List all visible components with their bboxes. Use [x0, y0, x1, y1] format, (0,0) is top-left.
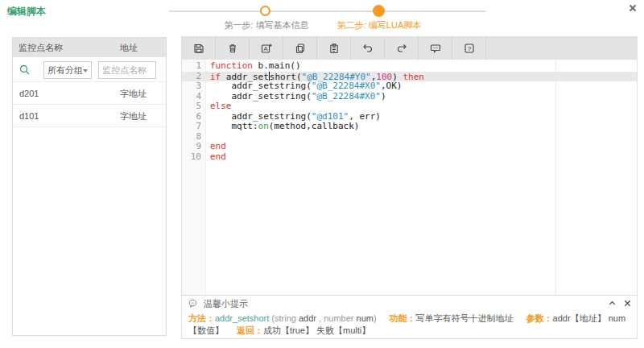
- toolbar-delete-button[interactable]: [216, 37, 250, 60]
- code-text: [201, 132, 210, 143]
- point-name: d201: [13, 89, 39, 98]
- redo-icon: [396, 43, 407, 54]
- line-number: 7: [182, 122, 201, 132]
- stepper-line: [169, 10, 485, 12]
- line-number: 1: [182, 61, 201, 72]
- group-select-value: 所有分组: [47, 65, 83, 75]
- hint-text: ): [374, 313, 377, 323]
- hint-text: 成功【true】 失败【multi】: [263, 325, 370, 335]
- code-text: function b.main(): [201, 61, 301, 72]
- hint-body: 方法：addr_setshort (string addr , number n…: [182, 312, 637, 337]
- code-line[interactable]: 8: [182, 132, 637, 143]
- hint-title: 温馨小提示: [204, 299, 248, 309]
- toolbar-help-button[interactable]: ?: [452, 37, 486, 60]
- hint-section: 返回：成功【true】 失败【multi】: [237, 325, 370, 335]
- paste-icon: [328, 43, 340, 54]
- monitor-point-panel: 监控点名称 地址 所有分组 d201字地址d101字地址: [12, 37, 167, 336]
- code-lines: 1function b.main()2if addr_setshort("@B_…: [182, 61, 637, 162]
- comment-bubble-icon: [188, 300, 200, 310]
- line-number: 10: [182, 152, 201, 163]
- page-title: 编辑脚本: [7, 5, 46, 19]
- search-icon: [19, 64, 31, 77]
- point-search-input[interactable]: [98, 61, 156, 79]
- toolbar-comment-button[interactable]: [419, 37, 452, 60]
- chevron-up-icon: [608, 299, 617, 308]
- step-1-dot[interactable]: [260, 6, 270, 16]
- toolbar-undo-button[interactable]: [351, 37, 385, 60]
- hint-text: ,: [316, 313, 324, 323]
- step-1-label: 第一步: 填写基本信息: [206, 19, 327, 31]
- hint-text: 写单字有符号十进制地址: [416, 313, 514, 323]
- hint-text: (: [269, 313, 275, 323]
- comment-icon: [430, 43, 441, 54]
- code-line[interactable]: 10end: [182, 152, 637, 163]
- code-text: end: [201, 152, 226, 163]
- point-address: 字地址: [120, 82, 147, 105]
- column-address: 地址: [120, 38, 138, 57]
- close-icon: [628, 3, 638, 13]
- code-text: mqtt:on(method,callback): [201, 122, 359, 132]
- undo-icon: [362, 43, 374, 54]
- line-number: 5: [182, 102, 201, 112]
- code-line[interactable]: 9end: [182, 142, 637, 152]
- hint-text: number: [324, 313, 356, 323]
- toolbar-save-button[interactable]: [182, 37, 216, 60]
- code-line[interactable]: 4 addr_setstring("@B_22284#X0"): [182, 92, 637, 102]
- line-number: 9: [182, 142, 201, 152]
- toolbar-redo-button[interactable]: [385, 37, 419, 60]
- code-line[interactable]: 1function b.main(): [182, 61, 637, 72]
- point-filter-row: 所有分组: [13, 57, 166, 82]
- chevron-down-icon: [83, 69, 88, 72]
- svg-text:A: A: [263, 45, 267, 52]
- point-row[interactable]: d101字地址: [13, 105, 166, 127]
- hint-close-button[interactable]: [623, 299, 632, 308]
- dialog-close-button[interactable]: [628, 3, 639, 14]
- hint-label: 方法：: [188, 313, 215, 323]
- hint-text: num: [357, 313, 374, 323]
- code-line[interactable]: 7 mqtt:on(method,callback): [182, 122, 637, 132]
- toolbar-insert-text-button[interactable]: A: [250, 37, 283, 60]
- help-icon: ?: [464, 43, 475, 54]
- line-number: 3: [182, 81, 201, 92]
- hint-text: addr: [299, 313, 316, 323]
- point-address: 字地址: [120, 105, 147, 127]
- hint-panel: 温馨小提示 方法：addr_setshort (string addr , nu…: [182, 295, 637, 338]
- copy-icon: [295, 43, 306, 54]
- toolbar-copy-button[interactable]: [283, 37, 317, 60]
- svg-text:?: ?: [467, 45, 471, 52]
- step-2-dot[interactable]: [373, 5, 385, 17]
- hint-section: 方法：addr_setshort (string addr , number n…: [188, 313, 377, 323]
- delete-icon: [227, 43, 238, 54]
- insert-text-icon: A: [261, 43, 272, 54]
- close-icon: [623, 299, 632, 308]
- step-2-label: 第二步: 编写LUA脚本: [319, 19, 440, 31]
- hint-text: addr_setshort: [215, 313, 269, 323]
- column-point-name: 监控点名称: [13, 43, 63, 52]
- group-select[interactable]: 所有分组: [43, 61, 92, 79]
- hint-label: 功能：: [390, 313, 416, 323]
- hint-section: 功能：写单字有符号十进制地址: [390, 313, 514, 323]
- point-name: d101: [13, 111, 39, 121]
- code-editor[interactable]: 1function b.main()2if addr_setshort("@B_…: [182, 60, 637, 295]
- point-table-header: 监控点名称 地址: [13, 38, 166, 57]
- hint-text: string: [275, 313, 299, 323]
- hint-label: 返回：: [237, 325, 263, 335]
- hint-header: 温馨小提示: [182, 296, 637, 312]
- hint-label: 参数：: [526, 313, 553, 323]
- editor-toolbar: A?: [182, 37, 637, 60]
- toolbar-paste-button[interactable]: [317, 37, 351, 60]
- hint-collapse-button[interactable]: [608, 299, 617, 308]
- save-icon: [193, 43, 204, 54]
- point-row[interactable]: d201字地址: [13, 82, 166, 105]
- point-table-body: d201字地址d101字地址: [13, 82, 166, 127]
- script-editor-panel: A? 1function b.main()2if addr_setshort("…: [181, 36, 638, 339]
